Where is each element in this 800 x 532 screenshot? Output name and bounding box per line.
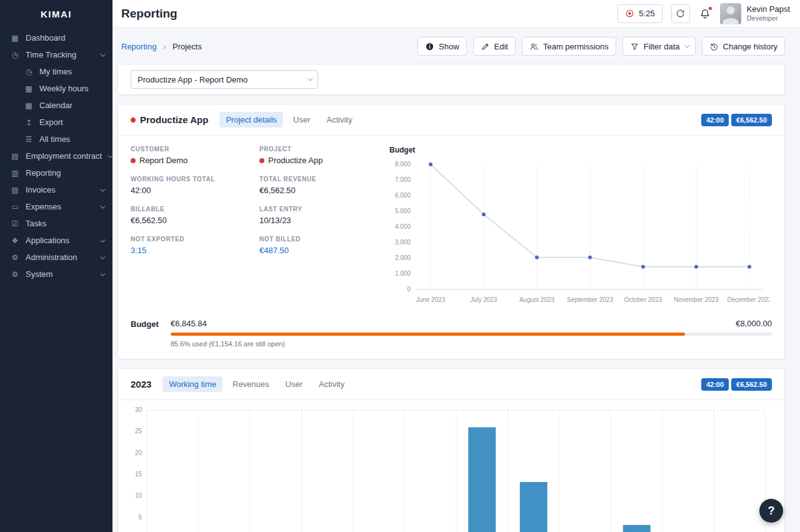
project-select[interactable]: Productize App - Report Demo [131,70,318,89]
chevron-down-icon [100,186,105,191]
budget-label: Budget [131,319,159,329]
project-select-value: Productize App - Report Demo [138,75,248,84]
svg-text:7.000: 7.000 [395,176,411,183]
user-menu[interactable]: Kevin Papst Developer [720,3,790,24]
sidebar-item-applications[interactable]: ❖ Applications [0,232,112,249]
sidebar-item-invoices[interactable]: ▤ Invoices [0,181,112,198]
working-time-bar-chart: 051015202530JanuaryFebruaryMarchAprilMay… [128,405,768,532]
tab-user[interactable]: User [287,112,316,128]
notifications-button[interactable] [699,8,711,20]
show-button[interactable]: Show [418,37,467,56]
sidebar-item-my-times[interactable]: ◷ My times [0,63,112,80]
not-exported-link[interactable]: 3:15 [131,246,252,255]
svg-text:2.000: 2.000 [395,254,411,261]
sidebar-item-reporting[interactable]: ▥ Reporting [0,164,112,181]
refresh-button[interactable] [671,4,690,23]
edit-button[interactable]: Edit [473,37,516,56]
sidebar-item-employment-contract[interactable]: ▤ Employment contract [0,148,112,164]
record-icon [625,9,634,18]
help-button[interactable]: ? [759,499,783,523]
breadcrumb: Reporting › Projects [121,42,202,51]
chevron-down-icon [100,271,105,276]
not-billed-link[interactable]: €487.50 [259,246,381,255]
duration-badge: 42:00 [701,378,729,391]
revenue-badge: €6,562.50 [731,378,772,391]
svg-text:30: 30 [135,406,142,413]
tab-project-details[interactable]: Project details [219,112,283,128]
sidebar: KIMAI ▦ Dashboard ◷ Time Tracking ◷ My t… [0,0,112,532]
show-label: Show [439,42,459,51]
tab-year-user[interactable]: User [279,376,309,392]
breadcrumb-link-reporting[interactable]: Reporting [121,42,156,51]
chevron-down-icon [100,254,105,259]
svg-text:December 2023: December 2023 [727,296,769,303]
avatar [720,3,741,24]
sidebar-item-weekly-hours[interactable]: ▦ Weekly hours [0,80,112,97]
filter-data-button[interactable]: Filter data [622,37,696,56]
timer-button[interactable]: 5:25 [618,4,662,23]
sidebar-label: Export [39,118,63,127]
list-icon: ☰ [24,135,34,144]
svg-text:6.000: 6.000 [395,192,411,199]
page-title: Reporting [121,7,178,21]
sidebar-item-calendar[interactable]: ▦ Calendar [0,97,112,114]
sidebar-label: Expenses [26,202,61,211]
sidebar-label: Applications [26,236,69,245]
sidebar-label: System [26,269,52,279]
sidebar-label: Employment contract [26,151,102,161]
tab-working-time[interactable]: Working time [162,376,222,392]
duration-badge: 42:00 [701,114,729,126]
sidebar-item-administration[interactable]: ⚙ Administration [0,249,112,266]
funnel-icon [630,42,639,51]
stat-not-exported: NOT EXPORTED 3:15 [131,236,252,255]
project-selector-card: Productize App - Report Demo [118,64,785,95]
sidebar-label: Time Tracking [26,50,76,59]
sidebar-label: Invoices [26,185,56,194]
tab-activity[interactable]: Activity [321,112,359,128]
budget-line-chart: June 2023July 2023August 2023September 2… [388,157,769,308]
sidebar-label: Tasks [26,219,46,228]
notification-dot [708,6,712,11]
clock-icon: ◷ [10,51,20,59]
team-permissions-button[interactable]: Team permissions [522,37,616,56]
calendar-week-icon: ▦ [24,84,34,93]
sidebar-item-expenses[interactable]: ▭ Expenses [0,198,112,215]
stat-not-billed: NOT BILLED €487.50 [259,236,381,255]
chevron-down-icon [100,51,105,56]
project-stats: CUSTOMER Report Demo PROJECT Productize … [131,146,381,310]
sidebar-label: All times [39,134,70,144]
svg-text:10: 10 [135,492,142,499]
revenue-badge: €6,562.50 [731,114,772,126]
tasks-icon: ☑ [10,219,20,228]
svg-text:July 2023: July 2023 [471,296,498,303]
users-icon [529,42,539,51]
sidebar-item-tasks[interactable]: ☑ Tasks [0,215,112,232]
stat-customer: CUSTOMER Report Demo [131,146,252,165]
chevron-down-icon [100,203,105,208]
sidebar-item-time-tracking[interactable]: ◷ Time Tracking [0,46,112,63]
stat-total-revenue: TOTAL REVENUE €6,562.50 [259,176,381,195]
sidebar-item-export[interactable]: ↥ Export [0,114,112,131]
sidebar-submenu-time-tracking: ◷ My times ▦ Weekly hours ▦ Calendar ↥ E… [0,63,112,148]
sidebar-item-system[interactable]: ⚙ System [0,266,112,283]
sidebar-item-dashboard[interactable]: ▦ Dashboard [0,29,112,46]
top-header: Reporting 5:25 [112,0,800,28]
app-logo[interactable]: KIMAI [0,0,112,29]
budget-progress-fill [171,333,685,336]
change-history-button[interactable]: Change history [702,37,785,56]
svg-text:8.000: 8.000 [395,161,411,168]
stat-working-hours-total: WORKING HOURS TOTAL 42:00 [131,176,252,195]
apps-icon: ❖ [10,236,20,245]
svg-text:June 2023: June 2023 [416,296,446,303]
sidebar-item-all-times[interactable]: ☰ All times [0,131,112,148]
expenses-icon: ▭ [10,203,20,211]
svg-text:September 2023: September 2023 [567,296,613,303]
tab-revenues[interactable]: Revenues [226,376,276,392]
project-color-dot [259,158,264,163]
export-icon: ↥ [24,118,34,127]
budget-total-value: €8,000.00 [736,319,772,328]
svg-text:4.000: 4.000 [395,223,411,230]
tab-year-activity[interactable]: Activity [312,376,351,392]
calendar-icon: ▦ [24,101,34,110]
sidebar-label: My times [39,67,72,76]
